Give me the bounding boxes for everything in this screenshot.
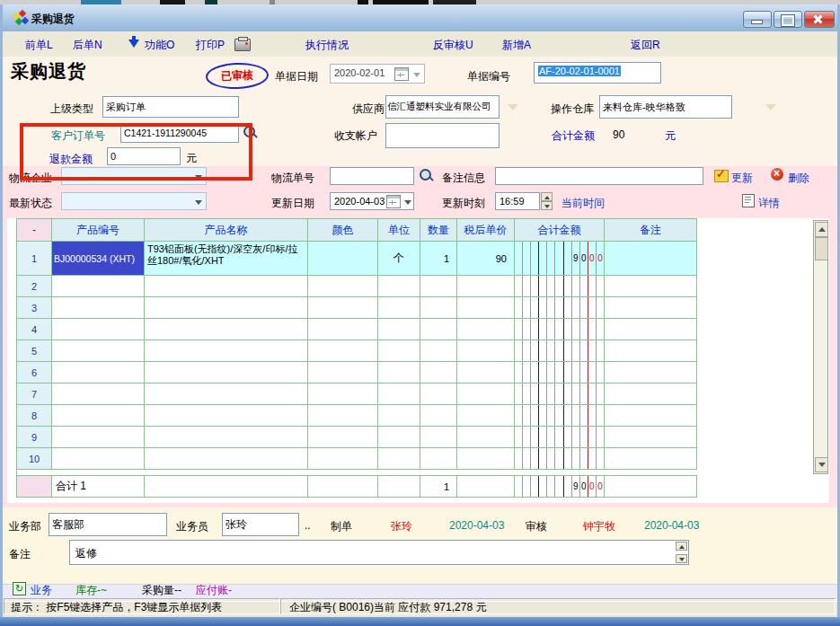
dept-input[interactable] xyxy=(49,513,167,536)
warehouse-dropdown-icon[interactable] xyxy=(765,104,776,110)
cell[interactable] xyxy=(378,297,420,319)
refund-input[interactable] xyxy=(107,147,181,165)
cell[interactable] xyxy=(52,319,145,340)
cell-amount[interactable] xyxy=(515,405,605,427)
cell[interactable] xyxy=(605,362,697,384)
cell[interactable] xyxy=(378,427,420,448)
current-time-link[interactable]: 当前时间 xyxy=(561,196,605,211)
cell[interactable] xyxy=(378,405,420,427)
table-row[interactable]: 5 xyxy=(17,340,698,362)
menu-return[interactable]: 返回R xyxy=(631,38,660,53)
chevron-down-icon[interactable] xyxy=(413,73,420,77)
doc-no-field[interactable]: AF-20-02-01-0001 xyxy=(534,62,661,84)
calendar-icon[interactable] xyxy=(386,195,401,208)
link-business[interactable]: 业务 xyxy=(31,583,52,598)
cell[interactable] xyxy=(420,427,457,448)
cell[interactable] xyxy=(605,319,697,340)
tracking-no-input[interactable] xyxy=(330,167,414,185)
cell[interactable]: 90 xyxy=(457,242,515,276)
cell[interactable] xyxy=(308,427,378,448)
cell[interactable]: 1 xyxy=(420,242,457,276)
menu-functions[interactable]: 功能O xyxy=(145,38,174,53)
cell-amount[interactable] xyxy=(515,448,605,470)
menu-print[interactable]: 打印P xyxy=(196,38,225,53)
table-row[interactable]: 9 xyxy=(17,427,698,448)
table-row[interactable]: 10 xyxy=(17,448,698,470)
table-row[interactable]: 4 xyxy=(17,319,698,340)
cell[interactable] xyxy=(420,319,457,340)
cell[interactable] xyxy=(308,340,378,362)
chevron-down-icon[interactable] xyxy=(404,200,411,205)
cell[interactable] xyxy=(145,448,308,470)
cell[interactable] xyxy=(145,297,308,319)
close-button[interactable] xyxy=(804,11,835,28)
supplier-input[interactable] xyxy=(385,95,500,119)
cell[interactable] xyxy=(457,427,515,448)
cell[interactable] xyxy=(52,405,145,427)
cell[interactable] xyxy=(145,405,308,427)
cell[interactable] xyxy=(457,340,515,362)
cell[interactable] xyxy=(457,448,515,470)
cell[interactable] xyxy=(605,405,697,427)
cell[interactable] xyxy=(605,340,697,362)
cell[interactable] xyxy=(605,427,697,448)
parent-type-input[interactable] xyxy=(102,96,239,118)
time-spinner[interactable] xyxy=(541,192,553,210)
note-info-input[interactable] xyxy=(495,167,703,185)
menu-prev-doc[interactable]: 前单L xyxy=(25,38,53,53)
link-payable[interactable]: 应付账- xyxy=(196,583,232,598)
cell[interactable] xyxy=(308,242,378,276)
scroll-down-button[interactable] xyxy=(815,457,828,472)
update-button[interactable]: 更新 xyxy=(731,171,753,186)
tracking-search-icon[interactable] xyxy=(420,169,431,181)
cell[interactable] xyxy=(605,276,697,297)
cell[interactable] xyxy=(308,405,378,427)
table-vertical-scrollbar[interactable] xyxy=(813,220,828,474)
minimize-button[interactable] xyxy=(743,11,772,28)
cell-amount[interactable] xyxy=(515,276,605,297)
titlebar[interactable]: 采购退货 xyxy=(3,4,837,32)
scroll-thumb[interactable] xyxy=(815,237,828,260)
cell[interactable] xyxy=(378,448,420,470)
cell[interactable] xyxy=(308,384,378,405)
cell[interactable] xyxy=(457,384,515,405)
table-row[interactable]: 7 xyxy=(17,384,698,405)
cell[interactable] xyxy=(52,276,145,297)
cell[interactable] xyxy=(52,297,145,319)
cell[interactable] xyxy=(52,362,145,384)
cell[interactable] xyxy=(52,448,145,470)
cell[interactable] xyxy=(378,276,420,297)
table-row[interactable]: 3 xyxy=(17,297,698,319)
cell[interactable] xyxy=(605,242,697,276)
link-inventory[interactable]: 库存-~ xyxy=(75,583,107,598)
cell[interactable] xyxy=(420,276,457,297)
remark-scroll-buttons[interactable] xyxy=(676,542,687,563)
cell[interactable] xyxy=(457,405,515,427)
cell[interactable] xyxy=(308,297,378,319)
detail-link[interactable]: 详情 xyxy=(758,196,780,211)
cell[interactable] xyxy=(145,384,308,405)
table-row[interactable]: 1BJ00000534 (XHT)T93铝面板(无指纹)/深空灰/印标/拉丝18… xyxy=(17,242,698,276)
table-row[interactable]: 8 xyxy=(17,405,698,427)
cell[interactable] xyxy=(457,297,515,319)
menu-exec-status[interactable]: 执行情况 xyxy=(305,38,349,53)
cell[interactable]: 个 xyxy=(378,242,420,276)
warehouse-input[interactable] xyxy=(599,95,732,119)
cell[interactable] xyxy=(420,384,457,405)
menu-next-doc[interactable]: 后单N xyxy=(73,38,102,53)
table-row[interactable]: 2 xyxy=(17,276,698,297)
cell[interactable]: T93铝面板(无指纹)/深空灰/印标/拉丝180#/氧化/XHT xyxy=(145,242,308,276)
cell[interactable] xyxy=(457,319,515,340)
cell[interactable] xyxy=(145,276,308,297)
link-purchase-qty[interactable]: 采购量-- xyxy=(142,583,181,598)
cell[interactable] xyxy=(605,384,697,405)
cell[interactable] xyxy=(378,384,420,405)
cell-amount[interactable] xyxy=(515,362,605,384)
cell-amount[interactable] xyxy=(515,297,605,319)
calendar-icon[interactable] xyxy=(394,67,409,81)
table-row[interactable]: 6 xyxy=(17,362,698,384)
cell[interactable] xyxy=(420,448,457,470)
cell[interactable] xyxy=(378,340,420,362)
delete-button[interactable]: 删除 xyxy=(788,171,809,186)
cell[interactable] xyxy=(605,448,697,470)
